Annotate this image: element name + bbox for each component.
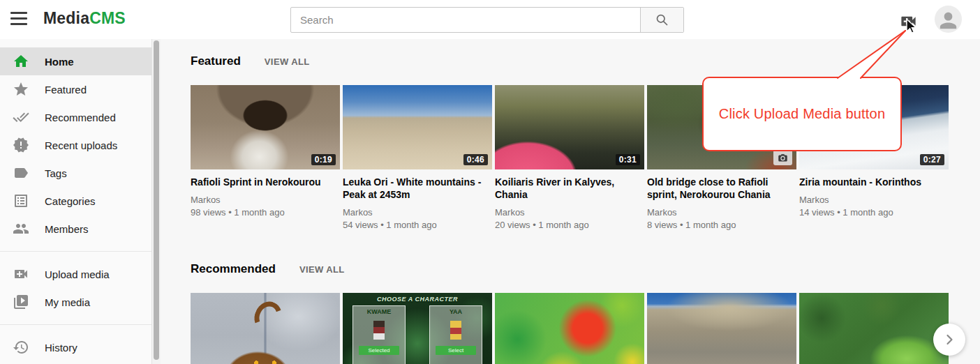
sidebar-divider (0, 324, 151, 325)
game-panel-right: YAASelect (429, 305, 482, 364)
media-meta: 54 views • 1 month ago (343, 219, 492, 231)
sidebar-item-featured[interactable]: Featured (0, 75, 151, 103)
media-card (495, 293, 644, 364)
media-title[interactable]: Koiliaris River in Kalyves, Chania (495, 176, 644, 201)
sidebar-item-upload-media[interactable]: Upload media (0, 260, 151, 288)
done-all-icon (13, 109, 29, 126)
media-meta: 8 views • 1 month ago (647, 219, 796, 231)
media-card (191, 293, 340, 364)
carousel-next-button[interactable] (933, 324, 965, 356)
media-card: 0:31Koiliaris River in Kalyves, ChaniaMa… (495, 85, 644, 231)
media-title[interactable]: Ziria mountain - Korinthos (799, 176, 949, 188)
scrollbar-thumb[interactable] (154, 40, 159, 360)
duration-badge: 0:27 (920, 154, 944, 165)
media-thumbnail[interactable]: CHOOSE A CHARACTERKWAMESelectedYAASelect (343, 293, 492, 364)
sidebar-item-members[interactable]: Members (0, 215, 151, 243)
media-thumbnail[interactable] (495, 293, 644, 364)
menu-toggle-button[interactable] (10, 12, 29, 27)
media-card: 0:19Rafioli Sprint in NerokourouMarkos98… (191, 85, 340, 231)
user-avatar[interactable] (935, 6, 962, 33)
search-bar (290, 7, 684, 33)
media-thumbnail[interactable] (799, 293, 949, 364)
media-thumbnail[interactable]: 0:31 (495, 85, 644, 169)
sidebar-item-tags[interactable]: Tags (0, 159, 151, 187)
mediacms-app: MediaCMS HomeFeaturedRecommendedRecent u… (0, 0, 980, 364)
media-author: Markos (799, 194, 949, 206)
game-character-name: YAA (430, 308, 482, 315)
view-all-link[interactable]: VIEW ALL (265, 56, 310, 67)
person-icon (936, 8, 960, 33)
sidebar-item-label: Categories (45, 195, 96, 207)
search-button[interactable] (640, 8, 683, 32)
brand-part-media: Media (43, 9, 89, 27)
game-character-sprite (450, 321, 461, 340)
game-character-name: KWAME (353, 308, 405, 315)
game-select-button: Selected (359, 346, 399, 355)
tooltip-text: Click Upload Media button (719, 106, 885, 122)
brand-part-cms: CMS (89, 9, 126, 27)
sidebar-item-label: Home (45, 56, 74, 68)
sidebar-item-label: Tags (45, 167, 67, 179)
sidebar-item-label: History (45, 342, 77, 354)
home-icon (13, 53, 29, 70)
section-title: Featured (191, 54, 241, 68)
brand-logo[interactable]: MediaCMS (43, 9, 126, 28)
sidebar-item-label: My media (45, 296, 90, 308)
duration-badge: 0:19 (311, 154, 336, 165)
view-all-link[interactable]: VIEW ALL (299, 264, 345, 275)
section-recommended: RecommendedVIEW ALLCHOOSE A CHARACTERKWA… (191, 262, 951, 364)
upload-media-icon (13, 266, 29, 282)
chevron-right-icon (941, 331, 958, 348)
sidebar-item-recent-uploads[interactable]: Recent uploads (0, 131, 151, 159)
media-author: Markos (647, 206, 796, 218)
game-character-sprite (373, 321, 385, 340)
thumbnail-overlay: CHOOSE A CHARACTERKWAMESelectedYAASelect (343, 293, 492, 364)
section-title: Recommended (191, 262, 276, 276)
search-icon (655, 13, 669, 27)
media-thumbnail[interactable]: 0:46 (343, 85, 492, 169)
media-card: 0:46Leuka Ori - White mountains - Peak a… (343, 85, 492, 231)
sidebar-item-my-media[interactable]: My media (0, 288, 151, 316)
media-thumbnail[interactable]: 0:19 (191, 85, 340, 169)
media-card (799, 293, 949, 364)
new-releases-icon (13, 137, 29, 153)
sidebar-item-label: Featured (45, 84, 87, 96)
sidebar-item-recommended[interactable]: Recommended (0, 103, 151, 131)
media-author: Markos (191, 194, 340, 206)
media-meta: 98 views • 1 month ago (191, 206, 340, 218)
sidebar-item-home[interactable]: Home (0, 47, 151, 75)
media-thumbnail[interactable] (647, 293, 796, 364)
media-author: Markos (343, 206, 492, 218)
sidebar-item-categories[interactable]: Categories (0, 187, 151, 215)
tooltip-arrow (824, 24, 914, 81)
tag-icon (13, 165, 29, 181)
sidebar-scrollbar (151, 39, 161, 364)
game-panel-left: KWAMESelected (352, 305, 406, 364)
media-title[interactable]: Leuka Ori - White mountains - Peak at 24… (343, 176, 492, 201)
media-title[interactable]: Rafioli Sprint in Nerokourou (191, 176, 340, 188)
search-input[interactable] (291, 8, 640, 32)
mouse-cursor (903, 18, 920, 35)
image-media-badge (773, 150, 792, 165)
members-icon (13, 220, 29, 237)
history-icon (13, 339, 29, 356)
sidebar-item-label: Recommended (45, 112, 116, 123)
media-meta: 14 views • 1 month ago (799, 206, 949, 218)
duration-badge: 0:46 (463, 154, 488, 165)
star-icon (13, 81, 29, 98)
hamburger-icon (10, 12, 27, 14)
media-card: CHOOSE A CHARACTERKWAMESelectedYAASelect (343, 293, 492, 364)
sidebar-item-history[interactable]: History (0, 333, 151, 361)
media-thumbnail[interactable] (191, 293, 340, 364)
media-grid: CHOOSE A CHARACTERKWAMESelectedYAASelect (191, 293, 951, 364)
sidebar-divider (0, 251, 151, 252)
sidebar-item-label: Recent uploads (45, 139, 117, 151)
annotation-tooltip: Click Upload Media button (702, 77, 902, 151)
camera-icon (778, 153, 788, 163)
game-heading: CHOOSE A CHARACTER (343, 296, 492, 303)
sidebar-item-label: Upload media (45, 268, 110, 280)
media-title[interactable]: Old bridge close to Rafioli sprint, Nero… (647, 176, 796, 201)
media-meta: 20 views • 1 month ago (495, 219, 644, 231)
media-author: Markos (495, 206, 644, 218)
sidebar: HomeFeaturedRecommendedRecent uploadsTag… (0, 39, 161, 364)
